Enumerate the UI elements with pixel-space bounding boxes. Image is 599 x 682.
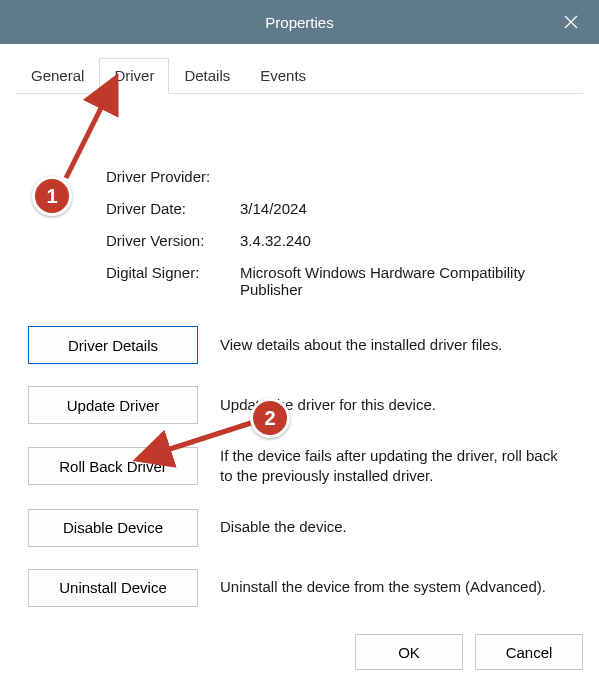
- close-button[interactable]: [543, 0, 599, 44]
- update-driver-button[interactable]: Update Driver: [28, 386, 198, 424]
- driver-date-value: 3/14/2024: [240, 200, 571, 217]
- action-row-uninstall: Uninstall Device Uninstall the device fr…: [28, 569, 571, 607]
- driver-info: Driver Provider: Driver Date: 3/14/2024 …: [106, 168, 571, 298]
- tab-driver[interactable]: Driver: [99, 58, 169, 94]
- tab-events[interactable]: Events: [245, 58, 321, 94]
- driver-details-button[interactable]: Driver Details: [28, 326, 198, 364]
- driver-version-label: Driver Version:: [106, 232, 234, 249]
- digital-signer-value: Microsoft Windows Hardware Compatibility…: [240, 264, 571, 298]
- driver-version-value: 3.4.32.240: [240, 232, 571, 249]
- roll-back-driver-desc: If the device fails after updating the d…: [220, 446, 571, 487]
- action-row-disable: Disable Device Disable the device.: [28, 509, 571, 547]
- action-row-rollback: Roll Back Driver If the device fails aft…: [28, 446, 571, 487]
- uninstall-device-desc: Uninstall the device from the system (Ad…: [220, 577, 546, 597]
- close-icon: [564, 15, 578, 29]
- tab-content-driver: Driver Provider: Driver Date: 3/14/2024 …: [10, 94, 589, 643]
- tab-general[interactable]: General: [16, 58, 99, 94]
- tab-details[interactable]: Details: [169, 58, 245, 94]
- property-sheet: General Driver Details Events Driver Pro…: [0, 44, 599, 643]
- driver-provider-label: Driver Provider:: [106, 168, 234, 185]
- dialog-footer: OK Cancel: [355, 634, 583, 670]
- annotation-badge-1: 1: [32, 176, 72, 216]
- disable-device-button[interactable]: Disable Device: [28, 509, 198, 547]
- roll-back-driver-button[interactable]: Roll Back Driver: [28, 447, 198, 485]
- annotation-badge-2: 2: [250, 398, 290, 438]
- titlebar: Properties: [0, 0, 599, 44]
- uninstall-device-button[interactable]: Uninstall Device: [28, 569, 198, 607]
- driver-date-label: Driver Date:: [106, 200, 234, 217]
- tab-strip: General Driver Details Events: [16, 58, 583, 94]
- window-title: Properties: [265, 14, 333, 31]
- digital-signer-label: Digital Signer:: [106, 264, 234, 298]
- driver-details-desc: View details about the installed driver …: [220, 335, 502, 355]
- driver-provider-value: [240, 168, 571, 185]
- ok-button[interactable]: OK: [355, 634, 463, 670]
- action-row-update: Update Driver Update the driver for this…: [28, 386, 571, 424]
- action-row-details: Driver Details View details about the in…: [28, 326, 571, 364]
- disable-device-desc: Disable the device.: [220, 517, 347, 537]
- cancel-button[interactable]: Cancel: [475, 634, 583, 670]
